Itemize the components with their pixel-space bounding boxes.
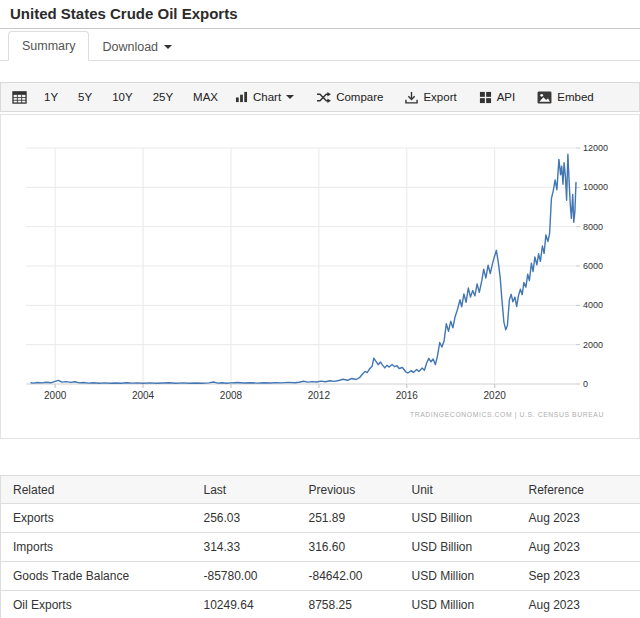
unit-value: USD Billion	[412, 533, 529, 562]
related-link[interactable]: Exports	[13, 511, 54, 525]
calendar-icon	[12, 90, 27, 104]
column-header-previous: Previous	[309, 476, 412, 504]
svg-text:2000: 2000	[583, 340, 603, 350]
svg-text:8000: 8000	[583, 222, 603, 232]
svg-text:6000: 6000	[583, 261, 603, 271]
reference-value: Aug 2023	[529, 591, 640, 618]
related-indicators-table: Related Last Previous Unit Reference Exp…	[0, 475, 640, 618]
column-header-last: Last	[204, 476, 309, 504]
svg-text:2000: 2000	[44, 390, 67, 401]
svg-text:0: 0	[583, 379, 588, 389]
unit-value: USD Million	[412, 591, 529, 618]
table-row: Goods Trade Balance-85780.00-84642.00USD…	[1, 562, 640, 591]
column-header-related: Related	[1, 476, 204, 504]
last-value: -85780.00	[204, 562, 309, 591]
last-value: 256.03	[204, 504, 309, 533]
compare-label: Compare	[336, 91, 383, 103]
tab-download-label: Download	[102, 40, 158, 54]
reference-value: Aug 2023	[529, 504, 640, 533]
range-5y-button[interactable]: 5Y	[71, 87, 99, 107]
calendar-button[interactable]	[10, 86, 34, 108]
chart-type-label: Chart	[253, 91, 281, 103]
svg-text:2004: 2004	[132, 390, 155, 401]
related-link[interactable]: Imports	[13, 540, 53, 554]
svg-text:2016: 2016	[396, 390, 419, 401]
chart-panel: 0200040006000800010000120002000200420082…	[0, 114, 640, 439]
chevron-down-icon	[164, 45, 172, 49]
previous-value: 251.89	[309, 504, 412, 533]
chart-type-button[interactable]: Chart	[228, 87, 301, 107]
range-max-button[interactable]: MAX	[186, 87, 225, 107]
chevron-down-icon	[286, 95, 294, 99]
range-1y-button[interactable]: 1Y	[37, 87, 65, 107]
previous-value: 316.60	[309, 533, 412, 562]
grid-squares-icon	[479, 91, 492, 104]
last-value: 10249.64	[204, 591, 309, 618]
svg-text:2020: 2020	[484, 390, 507, 401]
page-title: United States Crude Oil Exports	[10, 5, 630, 22]
previous-value: -84642.00	[309, 562, 412, 591]
column-header-reference: Reference	[529, 476, 640, 504]
related-link[interactable]: Goods Trade Balance	[13, 569, 129, 583]
tab-bar: Summary Download	[0, 29, 640, 61]
embed-label: Embed	[557, 91, 593, 103]
svg-text:10000: 10000	[583, 182, 608, 192]
svg-text:12000: 12000	[583, 143, 608, 153]
range-25y-button[interactable]: 25Y	[146, 87, 180, 107]
last-value: 314.33	[204, 533, 309, 562]
unit-value: USD Million	[412, 562, 529, 591]
chart-toolbar: 1Y5Y10Y25YMAX Chart Compare	[0, 82, 640, 112]
download-icon	[405, 91, 418, 104]
bar-chart-icon	[235, 91, 248, 103]
range-10y-button[interactable]: 10Y	[105, 87, 139, 107]
reference-value: Sep 2023	[529, 562, 640, 591]
table-header-row: Related Last Previous Unit Reference	[1, 476, 640, 504]
api-button[interactable]: API	[472, 87, 523, 108]
table-row: Oil Exports10249.648758.25USD MillionAug…	[1, 591, 640, 618]
range-buttons: 1Y5Y10Y25YMAX	[37, 87, 225, 107]
table-row: Imports314.33316.60USD BillionAug 2023	[1, 533, 640, 562]
table-row: Exports256.03251.89USD BillionAug 2023	[1, 504, 640, 533]
tab-download[interactable]: Download	[89, 33, 185, 61]
exports-line-chart[interactable]: 0200040006000800010000120002000200420082…	[1, 115, 639, 438]
svg-text:2012: 2012	[308, 390, 331, 401]
svg-text:2008: 2008	[220, 390, 243, 401]
export-label: Export	[423, 91, 456, 103]
embed-button[interactable]: Embed	[530, 87, 600, 108]
column-header-unit: Unit	[412, 476, 529, 504]
tab-summary-label: Summary	[22, 39, 75, 53]
svg-text:4000: 4000	[583, 300, 603, 310]
tab-summary[interactable]: Summary	[8, 31, 89, 61]
reference-value: Aug 2023	[529, 533, 640, 562]
export-button[interactable]: Export	[398, 87, 463, 108]
previous-value: 8758.25	[309, 591, 412, 618]
compare-button[interactable]: Compare	[309, 87, 390, 108]
related-link[interactable]: Oil Exports	[13, 598, 72, 612]
chart-attribution: TRADINGECONOMICS.COM | U.S. CENSUS BUREA…	[410, 411, 604, 419]
shuffle-arrows-icon	[316, 91, 331, 104]
unit-value: USD Billion	[412, 504, 529, 533]
page-header: United States Crude Oil Exports	[0, 0, 640, 29]
picture-icon	[537, 91, 552, 104]
api-label: API	[497, 91, 516, 103]
